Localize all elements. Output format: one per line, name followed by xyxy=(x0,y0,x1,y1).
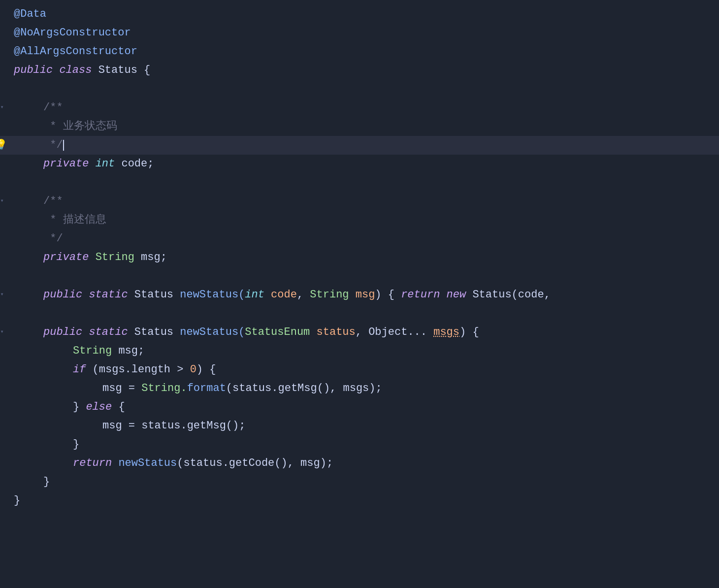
gutter-fold-11[interactable]: ▾ xyxy=(0,196,4,206)
token-msg-assign-2: msg = status.getMsg(); xyxy=(102,417,245,434)
line-content-10 xyxy=(4,174,719,191)
token-msg-assign-1: msg = xyxy=(102,380,141,397)
token-public: public xyxy=(14,62,59,79)
token-return-1: return xyxy=(401,286,446,303)
token-classname: Status xyxy=(98,62,144,79)
token-code: code; xyxy=(121,155,154,172)
line-content-26: } xyxy=(4,473,719,490)
token-private-1: private xyxy=(43,155,96,172)
line-content-14: private String msg; xyxy=(4,249,719,266)
token-msgs-param: msgs xyxy=(433,324,459,341)
token-string-type-1: String xyxy=(96,249,141,266)
code-line-25: return newStatus(status.getCode(), msg); xyxy=(0,454,719,473)
token-status-2: Status xyxy=(134,324,180,341)
code-line-21: msg = String.format(status.getMsg(), msg… xyxy=(0,379,719,398)
line-content-7: * 业务状态码 xyxy=(4,118,719,135)
code-line-14: private String msg; xyxy=(0,248,719,267)
line-content-19: String msg; xyxy=(4,342,719,359)
token-msg: msg; xyxy=(141,249,167,266)
code-line-5 xyxy=(0,80,719,98)
code-line-24: } xyxy=(0,435,719,454)
token-comment-close-2: */ xyxy=(43,230,63,247)
token-newstatus-2: newStatus( xyxy=(180,324,245,341)
token-close-brace-class: } xyxy=(14,492,20,509)
token-paren-1: ) { xyxy=(375,286,401,303)
token-new-1: new xyxy=(447,286,473,303)
line-content-1: @Data xyxy=(4,5,719,23)
token-public-3: public xyxy=(43,324,89,341)
token-statusenum: StatusEnum xyxy=(245,324,316,341)
token-annotation: @Data xyxy=(14,5,46,23)
gutter-fold-6[interactable]: ▾ xyxy=(0,103,4,112)
token-comment-open-2: /** xyxy=(43,193,63,210)
token-status-new: Status(code, xyxy=(472,286,550,303)
line-content-8: */ xyxy=(4,136,719,154)
code-line-12: * 描述信息 xyxy=(0,211,719,229)
code-line-27: } xyxy=(0,491,719,510)
line-content-3: @AllArgsConstructor xyxy=(4,43,719,60)
line-content-21: msg = String.format(status.getMsg(), msg… xyxy=(4,380,719,397)
token-private-2: private xyxy=(43,249,96,266)
token-int-param: int xyxy=(245,286,271,303)
token-return-2: return xyxy=(73,455,118,472)
token-format-args: (status.getMsg(), msgs); xyxy=(226,380,382,397)
token-return-args: (status.getCode(), msg); xyxy=(177,455,333,472)
line-content-22: } else { xyxy=(4,398,719,416)
token-chinese-1: 业务状态码 xyxy=(63,118,117,135)
code-line-8: 💡 */ xyxy=(0,136,719,155)
line-content-4: public class Status { xyxy=(4,62,719,79)
code-line-10 xyxy=(0,173,719,192)
token-else: else xyxy=(86,398,118,416)
fold-icon-11[interactable]: ▾ xyxy=(0,196,3,206)
gutter-fold-18[interactable]: ▾ xyxy=(0,327,4,337)
token-annotation: @AllArgsConstructor xyxy=(14,43,137,60)
code-line-23: msg = status.getMsg(); xyxy=(0,417,719,435)
code-line-17 xyxy=(0,304,719,323)
text-cursor xyxy=(63,140,64,151)
line-content-16: public static Status newStatus(int code,… xyxy=(4,286,719,303)
code-line-6: ▾ /** xyxy=(0,98,719,117)
token-string-class: String. xyxy=(141,380,187,397)
token-else-brace: { xyxy=(118,398,125,416)
fold-icon-6[interactable]: ▾ xyxy=(0,103,3,112)
line-content-11: /** xyxy=(4,193,719,210)
code-line-1: @Data xyxy=(0,5,719,24)
code-line-4: public class Status { xyxy=(0,61,719,80)
code-line-2: @NoArgsConstructor xyxy=(0,24,719,42)
code-line-15 xyxy=(0,267,719,286)
code-line-20: if (msgs.length > 0) { xyxy=(0,360,719,379)
gutter-fold-16[interactable]: ▾ xyxy=(0,290,4,299)
line-content-23: msg = status.getMsg(); xyxy=(4,417,719,434)
gutter-fold-8: 💡 xyxy=(0,137,4,153)
token-public-2: public xyxy=(43,286,89,303)
fold-icon-16[interactable]: ▾ xyxy=(0,290,3,299)
line-content-20: if (msgs.length > 0) { xyxy=(4,361,719,378)
token-format: format xyxy=(187,380,226,397)
token-msg-decl: msg; xyxy=(118,342,144,359)
token-string-type-2: String xyxy=(310,286,355,303)
token-comment-open: /** xyxy=(43,99,63,116)
code-line-19: String msg; xyxy=(0,342,719,360)
line-content-13: */ xyxy=(4,230,719,247)
token-newstatus-call: newStatus xyxy=(118,455,177,472)
token-comma-1: , xyxy=(297,286,310,303)
code-line-16: ▾ public static Status newStatus(int cod… xyxy=(0,286,719,304)
token-chinese-2: 描述信息 xyxy=(63,211,106,229)
code-line-7: * 业务状态码 xyxy=(0,117,719,136)
token-code-param: code xyxy=(271,286,297,303)
token-comment-star: * xyxy=(43,118,63,135)
line-content-15 xyxy=(4,267,719,285)
token-object: Object xyxy=(368,324,407,341)
line-content-6: /** xyxy=(4,99,719,116)
token-close-brace-2: } xyxy=(73,436,79,453)
line-content-9: private int code; xyxy=(4,155,719,172)
code-line-3: @AllArgsConstructor xyxy=(0,42,719,61)
code-line-18: ▾ public static Status newStatus(StatusE… xyxy=(0,323,719,342)
token-comment-star-2: * xyxy=(43,211,63,229)
code-editor: @Data @NoArgsConstructor @AllArgsConstru… xyxy=(0,0,719,588)
code-line-9: private int code; xyxy=(0,155,719,173)
line-content-25: return newStatus(status.getCode(), msg); xyxy=(4,455,719,472)
token-static-2: static xyxy=(89,324,134,341)
fold-icon-18[interactable]: ▾ xyxy=(0,327,3,337)
token-close-brace-1: } xyxy=(73,398,86,416)
